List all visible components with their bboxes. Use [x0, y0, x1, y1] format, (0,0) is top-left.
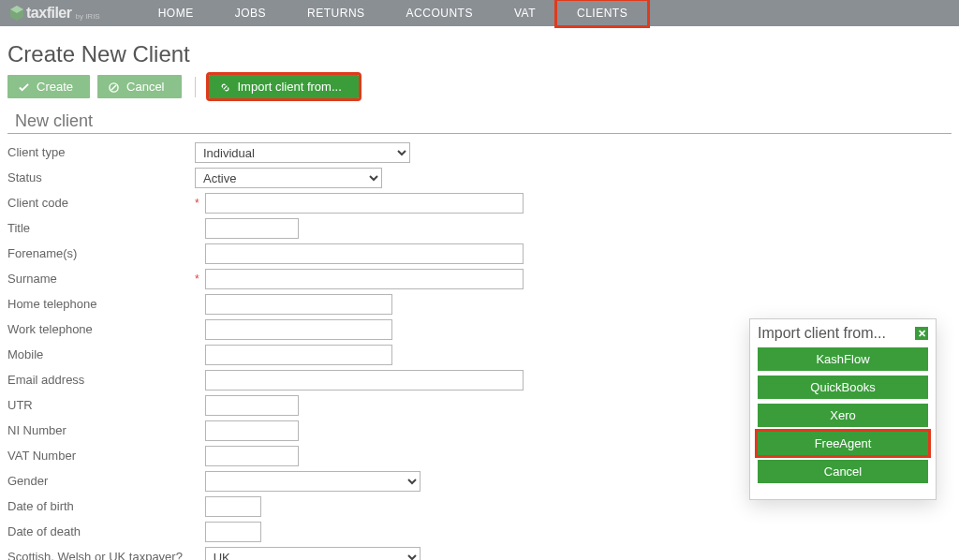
cancel-button[interactable]: Cancel: [97, 75, 181, 98]
import-freeagent-button[interactable]: FreeAgent: [758, 432, 928, 455]
mobile-label: Mobile: [7, 347, 195, 361]
dob-input[interactable]: [205, 496, 261, 517]
nav-clients[interactable]: CLIENTS: [556, 0, 648, 26]
create-button[interactable]: Create: [7, 75, 90, 98]
gender-select[interactable]: [205, 471, 420, 492]
page-title: Create New Client: [0, 26, 959, 75]
section-title: New client: [7, 111, 952, 134]
title-label: Title: [7, 221, 195, 235]
status-select[interactable]: Active: [195, 168, 382, 188]
email-label: Email address: [7, 373, 195, 387]
logo-subtext: by IRIS: [75, 12, 99, 21]
utr-input[interactable]: [205, 395, 299, 416]
import-cancel-button[interactable]: Cancel: [758, 460, 928, 483]
import-kashflow-button[interactable]: KashFlow: [758, 347, 928, 371]
work-tel-label: Work telephone: [7, 322, 195, 336]
cancel-button-label: Cancel: [126, 80, 164, 94]
top-nav: taxfiler by IRIS HOME JOBS RETURNS ACCOU…: [0, 0, 959, 26]
modal-header: Import client from... ✕: [758, 323, 928, 347]
nav-jobs[interactable]: JOBS: [214, 0, 287, 26]
close-icon[interactable]: ✕: [915, 327, 928, 340]
required-icon: *: [195, 197, 199, 210]
work-tel-input[interactable]: [205, 319, 392, 340]
mobile-input[interactable]: [205, 345, 392, 365]
import-xero-button[interactable]: Xero: [758, 404, 928, 427]
import-button-label: Import client from...: [238, 80, 342, 94]
client-code-input[interactable]: [205, 193, 524, 214]
surname-input[interactable]: [205, 269, 524, 289]
forenames-label: Forename(s): [7, 246, 195, 260]
nav-items: HOME JOBS RETURNS ACCOUNTS VAT CLIENTS: [138, 0, 648, 26]
forenames-input[interactable]: [205, 243, 524, 264]
surname-label: Surname: [7, 272, 195, 286]
gender-label: Gender: [7, 474, 195, 488]
taxpayer-label: Scottish, Welsh or UK taxpayer?: [7, 550, 195, 560]
dod-input[interactable]: [205, 522, 261, 542]
dod-label: Date of death: [7, 524, 195, 538]
link-icon: [220, 81, 230, 92]
logo[interactable]: taxfiler by IRIS: [9, 5, 100, 22]
svg-line-3: [111, 85, 117, 91]
import-modal: Import client from... ✕ KashFlow QuickBo…: [749, 318, 937, 500]
email-input[interactable]: [205, 370, 524, 391]
check-icon: [19, 81, 29, 92]
logo-icon: [9, 6, 24, 21]
create-button-label: Create: [37, 80, 73, 94]
nav-vat[interactable]: VAT: [494, 0, 556, 26]
home-tel-input[interactable]: [205, 294, 392, 315]
import-quickbooks-button[interactable]: QuickBooks: [758, 376, 928, 399]
nav-returns[interactable]: RETURNS: [287, 0, 386, 26]
nav-accounts[interactable]: ACCOUNTS: [386, 0, 494, 26]
client-type-select[interactable]: Individual: [195, 142, 410, 163]
client-type-label: Client type: [7, 145, 195, 159]
title-input[interactable]: [205, 218, 299, 239]
logo-text: taxfiler: [26, 5, 71, 22]
import-button[interactable]: Import client from...: [209, 75, 359, 98]
ni-label: NI Number: [7, 423, 195, 437]
ni-input[interactable]: [205, 420, 299, 441]
vat-label: VAT Number: [7, 449, 195, 463]
dob-label: Date of birth: [7, 499, 195, 513]
divider: [195, 77, 196, 97]
utr-label: UTR: [7, 398, 195, 412]
modal-title: Import client from...: [758, 325, 886, 342]
required-icon: *: [195, 273, 199, 286]
action-bar: Create Cancel Import client from...: [0, 75, 959, 111]
taxpayer-select[interactable]: UK: [205, 547, 420, 561]
client-code-label: Client code: [7, 196, 195, 210]
home-tel-label: Home telephone: [7, 297, 195, 311]
status-label: Status: [7, 170, 195, 184]
nav-home[interactable]: HOME: [138, 0, 214, 26]
cancel-icon: [109, 81, 119, 92]
vat-input[interactable]: [205, 446, 299, 466]
